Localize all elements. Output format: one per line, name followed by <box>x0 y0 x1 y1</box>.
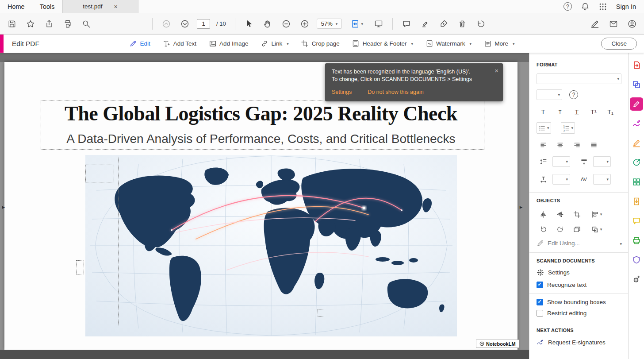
align-right-button[interactable] <box>570 139 583 151</box>
flip-horizontal-button[interactable] <box>537 208 550 220</box>
rotate-right-button[interactable] <box>553 224 567 235</box>
tool-export-pdf-icon[interactable] <box>630 58 643 72</box>
add-image-button[interactable]: Add Image <box>209 40 248 47</box>
account-button[interactable] <box>625 17 639 31</box>
tool-compress-pdf-icon[interactable] <box>630 195 643 208</box>
shrink-text-icon[interactable]: T <box>553 106 567 118</box>
crop-page-button[interactable]: Crop page <box>301 40 340 47</box>
tool-scan-ocr-icon[interactable] <box>630 234 643 247</box>
page-number-input[interactable] <box>197 19 210 29</box>
scanned-settings-label[interactable]: Settings <box>548 269 570 276</box>
tool-edit-pdf-icon[interactable] <box>630 97 643 111</box>
underline-icon[interactable]: T <box>570 106 583 118</box>
help-icon[interactable]: ? <box>564 2 572 11</box>
left-pane-toggle[interactable]: ▸ <box>0 201 7 212</box>
tool-request-signatures-icon[interactable] <box>630 117 643 130</box>
paragraph-spacing-select[interactable] <box>593 156 611 167</box>
apps-grid-icon[interactable] <box>598 2 607 11</box>
edit-using-select[interactable] <box>618 240 622 247</box>
align-center-button[interactable] <box>553 139 567 151</box>
header-footer-menu-button[interactable]: Header & Footer <box>352 40 413 47</box>
tool-more-tools-icon[interactable] <box>630 273 643 286</box>
tool-protect-pdf-icon[interactable] <box>630 253 643 266</box>
zoom-level-select[interactable]: 57% <box>317 19 342 29</box>
ocr-bounding-box[interactable] <box>76 260 84 274</box>
toolbar-separator <box>235 18 235 30</box>
toast-close-icon[interactable]: × <box>494 66 498 76</box>
save-button[interactable] <box>5 17 19 31</box>
arrange-select[interactable] <box>587 224 606 235</box>
flip-vertical-button[interactable] <box>553 208 567 220</box>
zoom-out-button[interactable] <box>280 17 293 31</box>
send-mail-button[interactable] <box>607 17 620 31</box>
align-justify-button[interactable] <box>587 139 600 151</box>
font-size-select[interactable] <box>537 89 562 100</box>
share-button[interactable] <box>42 17 56 31</box>
toast-line-2: To change, Click on SCANNED DOCUMENTS > … <box>332 76 490 83</box>
char-spacing-select[interactable] <box>552 174 570 185</box>
bullet-list-select[interactable] <box>537 122 551 134</box>
draw-ink-button[interactable] <box>437 17 450 31</box>
document-tab[interactable]: test.pdf × <box>62 0 138 13</box>
superscript-icon[interactable]: T¹ <box>587 106 600 118</box>
tool-fill-sign-icon[interactable] <box>630 136 643 150</box>
select-tool-button[interactable] <box>242 17 256 31</box>
ocr-bounding-box[interactable] <box>318 309 324 317</box>
tool-convert-icon[interactable] <box>630 156 643 169</box>
undo-button[interactable] <box>474 17 487 31</box>
star-favorite-button[interactable] <box>24 17 37 31</box>
tab-home[interactable]: Home <box>0 0 32 13</box>
image-bounding-box[interactable] <box>118 156 454 326</box>
highlight-button[interactable] <box>418 17 432 31</box>
restrict-editing-checkbox[interactable] <box>537 310 543 317</box>
toast-dismiss-link[interactable]: Do not show this again <box>368 89 423 96</box>
tool-organize-pages-icon[interactable] <box>630 175 643 189</box>
align-left-button[interactable] <box>537 139 550 151</box>
ocr-bounding-box[interactable] <box>85 165 114 182</box>
tool-combine-files-icon[interactable] <box>630 78 643 91</box>
fill-and-sign-button[interactable] <box>588 17 602 31</box>
tool-comment-icon[interactable] <box>630 214 643 228</box>
recognize-text-checkbox[interactable] <box>537 282 543 288</box>
request-esignatures-label[interactable]: Request E-signatures <box>548 339 606 346</box>
close-edit-mode-button[interactable]: Close <box>601 38 637 50</box>
kerning-select[interactable] <box>593 174 611 185</box>
rotate-left-button[interactable] <box>537 224 550 235</box>
horizontal-scrollbar[interactable] <box>0 350 529 359</box>
crop-object-button[interactable] <box>570 208 583 220</box>
format-help-icon[interactable]: ? <box>569 90 578 99</box>
align-objects-select[interactable] <box>587 208 606 220</box>
font-family-select[interactable] <box>537 73 621 84</box>
hand-tool-button[interactable] <box>261 17 274 31</box>
sign-in-button[interactable]: Sign In <box>616 3 636 10</box>
right-pane-toggle[interactable]: ▸ <box>518 201 525 212</box>
more-menu-button[interactable]: More <box>484 40 514 47</box>
subscript-icon[interactable]: T₁ <box>604 106 617 118</box>
edit-using-label[interactable]: Edit Using... <box>548 240 580 247</box>
link-menu-button[interactable]: Link <box>261 40 288 47</box>
notifications-bell-icon[interactable] <box>581 2 590 11</box>
toast-settings-link[interactable]: Settings <box>332 89 352 96</box>
next-page-button[interactable] <box>178 17 192 31</box>
toolbar-separator <box>392 18 393 30</box>
previous-page-button[interactable] <box>160 17 173 31</box>
line-spacing-select[interactable] <box>552 156 570 167</box>
read-mode-button[interactable] <box>372 17 385 31</box>
edit-tool-button[interactable]: Edit <box>130 40 150 47</box>
replace-object-button[interactable] <box>570 224 583 235</box>
page-display-select[interactable] <box>347 17 367 31</box>
add-text-button[interactable]: Add Text <box>163 40 196 47</box>
document-subtitle[interactable]: A Data-Driven Analysis of Performance, C… <box>4 132 518 146</box>
tab-tools[interactable]: Tools <box>32 0 62 13</box>
numbered-list-select[interactable] <box>561 122 575 134</box>
watermark-menu-button[interactable]: Watermark <box>426 40 472 47</box>
grow-text-icon[interactable]: T <box>537 106 550 118</box>
close-tab-icon[interactable]: × <box>114 3 118 10</box>
find-button[interactable] <box>80 17 93 31</box>
document-title[interactable]: The Global Logistics Gap: 2025 Reality C… <box>4 102 518 125</box>
show-bounding-boxes-checkbox[interactable] <box>537 299 543 305</box>
zoom-in-button[interactable] <box>298 17 311 31</box>
add-comment-button[interactable] <box>400 17 413 31</box>
delete-button[interactable] <box>456 17 469 31</box>
print-button[interactable] <box>61 17 74 31</box>
